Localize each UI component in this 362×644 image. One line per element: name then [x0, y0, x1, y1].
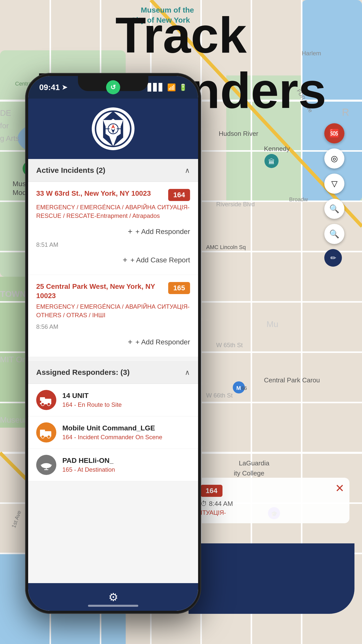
overlay-time: ⏱ 8:44 AM [201, 500, 342, 508]
incident-2-time: 8:56 AM [36, 323, 190, 330]
incident-card-1[interactable]: 33 W 63rd St., New York, NY 10023 164 EM… [28, 182, 198, 275]
bottom-nav: ⚙ [28, 583, 198, 611]
incident-1-badge: 164 [168, 189, 190, 201]
edit-icon: ✏ [330, 254, 336, 262]
svg-text:for: for [0, 122, 9, 130]
responder-name-2: Mobile Unit Command_LGE [62, 424, 190, 432]
svg-point-82 [47, 435, 50, 438]
add-responder-btn-2[interactable]: + + Add Responder [128, 334, 190, 350]
add-case-report-label: + Add Case Report [130, 256, 190, 264]
zoom-in-btn[interactable]: 🔍 [324, 199, 344, 219]
add-responder-label-2: + Add Responder [135, 338, 190, 346]
incident-1-address: 33 W 63rd St., New York, NY 10023 [36, 189, 164, 198]
responder-item-3[interactable]: PAD HELIi-ON_ 165 - At Destination [28, 449, 198, 481]
active-incidents-header[interactable]: Active Incidents (2) ∧ [28, 159, 198, 182]
assigned-responders-section: Assigned Responders: (3) ∧ [28, 361, 198, 481]
responder-avatar-1 [36, 390, 56, 410]
active-incidents-title: Active Incidents (2) [36, 166, 105, 175]
incident-2-address: 25 Central Park West, New York, NY 10023 [36, 282, 164, 300]
svg-text:City of New York: City of New York [131, 16, 190, 24]
map-controls: 🆘 ◎ ▽ 🔍 🔍 ✏ [324, 123, 344, 267]
app-header [28, 99, 198, 159]
plus-icon-case: + [123, 255, 127, 265]
svg-text:Harlem: Harlem [302, 50, 321, 57]
svg-text:Museum of the: Museum of the [141, 6, 194, 14]
add-responder-btn-1[interactable]: + + Add Responder [128, 224, 190, 239]
svg-text:g Arts: g Arts [0, 134, 19, 142]
location-icon: ➤ [62, 84, 67, 91]
responder-info-3: PAD HELIi-ON_ 165 - At Destination [62, 457, 190, 473]
responder-info-1: 14 UNIT 164 - En Route to Site [62, 392, 190, 408]
incident-2-type: EMERGENCY / EMERGÉNCIA / АВАРІЙНА СИТУАЦ… [36, 302, 190, 319]
overlay-type-partial: ІТУАЦІЯ- [201, 509, 342, 516]
app-logo [90, 106, 136, 151]
zoom-out-btn[interactable]: 🔍 [324, 224, 344, 244]
svg-text:DE: DE [0, 108, 11, 117]
responder-status-1: 164 - En Route to Site [62, 401, 190, 408]
add-responder-label-1: + Add Responder [135, 228, 190, 236]
add-case-report-btn[interactable]: + + Add Case Report [123, 252, 190, 268]
responder-item-1[interactable]: 14 UNIT 164 - En Route to Site [28, 384, 198, 416]
home-indicator [88, 605, 138, 607]
responder-avatar-2 [36, 422, 56, 442]
assigned-responders-title: Assigned Responders: (3) [36, 368, 130, 377]
phone-screen: 09:41 ➤ ↺ ▋▋▋ 📶 🔋 [28, 76, 198, 611]
signal-icon: ▋▋▋ [148, 83, 164, 92]
incident-2-badge: 165 [168, 282, 190, 294]
locate-btn[interactable]: ◎ [324, 148, 344, 169]
overlay-badge: 164 [201, 485, 222, 497]
emergency-btn[interactable]: 🆘 [324, 123, 344, 143]
chevron-up-icon: ∧ [185, 166, 190, 175]
close-overlay-btn[interactable]: ✕ [335, 482, 344, 495]
svg-rect-78 [39, 401, 41, 403]
map-panel: 🆘 ◎ ▽ 🔍 🔍 ✏ ✕ 164 ⏱ 8:44 AM ІТУАЦІЯ- [189, 73, 354, 614]
battery-icon: 🔋 [179, 84, 187, 91]
time-label: 09:41 [39, 83, 60, 92]
filter-btn[interactable]: ▽ [324, 174, 344, 194]
svg-point-76 [41, 403, 44, 406]
chevron-up-icon-2: ∧ [185, 368, 190, 377]
locate-icon: ◎ [331, 154, 338, 163]
edit-btn[interactable]: ✏ [324, 249, 342, 267]
svg-point-81 [41, 435, 44, 438]
svg-rect-80 [40, 430, 45, 433]
responder-avatar-3 [36, 455, 56, 475]
phone-frame: 09:41 ➤ ↺ ▋▋▋ 📶 🔋 [25, 73, 201, 614]
app-indicator: ↺ [106, 80, 120, 94]
incident-map-overlay[interactable]: ✕ 164 ⏱ 8:44 AM ІТУАЦІЯ- [194, 478, 349, 523]
status-icons: ▋▋▋ 📶 🔋 [148, 83, 187, 92]
active-incidents-section: Active Incidents (2) ∧ 33 W 63rd St., Ne… [28, 159, 198, 357]
responder-info-2: Mobile Unit Command_LGE 164 - Incident C… [62, 424, 190, 441]
incident-1-header: 33 W 63rd St., New York, NY 10023 164 [36, 189, 190, 201]
assigned-responders-header[interactable]: Assigned Responders: (3) ∧ [28, 361, 198, 384]
zoom-out-icon: 🔍 [329, 229, 339, 239]
incident-1-time: 8:51 AM [36, 241, 190, 248]
responder-name-3: PAD HELIi-ON_ [62, 457, 190, 465]
incident-card-2[interactable]: 25 Central Park West, New York, NY 10023… [28, 275, 198, 357]
wifi-icon: 📶 [167, 83, 176, 92]
status-bar-time: 09:41 ➤ [39, 83, 67, 92]
responder-name-1: 14 UNIT [62, 392, 190, 400]
responder-status-2: 164 - Incident Commander On Scene [62, 434, 190, 441]
responder-status-3: 165 - At Destination [62, 466, 190, 473]
incident-1-type: EMERGENCY / EMERGÉNCIA / АВАРІЙНА СИТУАЦ… [36, 203, 190, 220]
content-area[interactable]: Active Incidents (2) ∧ 33 W 63rd St., Ne… [28, 159, 198, 611]
filter-icon: ▽ [331, 179, 338, 188]
plus-icon-1: + [128, 227, 132, 236]
incident-2-header: 25 Central Park West, New York, NY 10023… [36, 282, 190, 300]
emergency-icon: 🆘 [329, 129, 339, 138]
svg-rect-75 [40, 397, 45, 400]
svg-rect-84 [41, 465, 52, 466]
svg-point-77 [47, 403, 50, 406]
right-bottom-nav [189, 543, 354, 614]
status-bar: 09:41 ➤ ↺ ▋▋▋ 📶 🔋 [28, 76, 198, 99]
zoom-in-icon: 🔍 [329, 204, 339, 214]
responder-item-2[interactable]: Mobile Unit Command_LGE 164 - Incident C… [28, 416, 198, 449]
plus-icon-2: + [128, 337, 132, 347]
settings-icon[interactable]: ⚙ [108, 591, 118, 603]
